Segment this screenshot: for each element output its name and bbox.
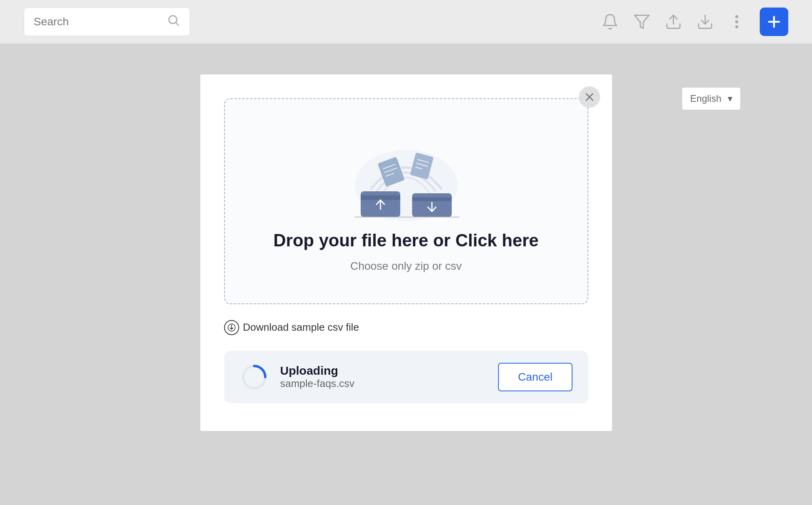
upload-label: Uploading: [280, 364, 487, 377]
upload-status: Uploading sample-faqs.csv Cancel: [224, 351, 588, 403]
upload-info: Uploading sample-faqs.csv: [280, 364, 487, 390]
svg-rect-14: [361, 195, 400, 200]
upload-modal: Drop your file here or Click here Choose…: [200, 74, 612, 431]
download-circle-icon: [224, 320, 239, 335]
upload-spinner: [240, 363, 268, 391]
dropzone-illustration: [339, 134, 474, 221]
dropzone[interactable]: Drop your file here or Click here Choose…: [224, 98, 588, 304]
dropzone-subtitle: Choose only zip or csv: [350, 260, 462, 273]
svg-rect-18: [412, 197, 452, 201]
cancel-button[interactable]: Cancel: [498, 363, 572, 391]
download-sample-text: Download sample csv file: [243, 321, 359, 333]
modal-close-button[interactable]: [579, 86, 600, 108]
dropzone-title: Drop your file here or Click here: [274, 231, 539, 250]
upload-filename: sample-faqs.csv: [280, 377, 487, 390]
download-sample-link[interactable]: Download sample csv file: [224, 320, 588, 335]
modal-overlay: Drop your file here or Click here Choose…: [0, 0, 812, 505]
